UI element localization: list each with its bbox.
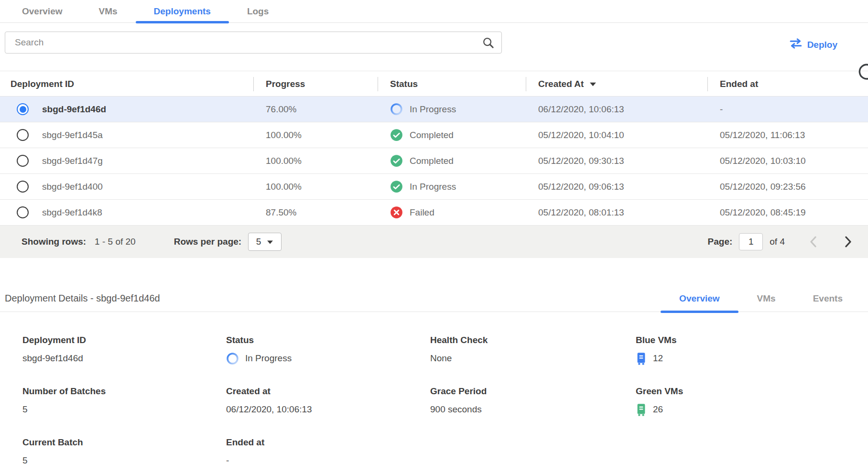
progress-value: 76.00%: [253, 104, 378, 115]
toolbar: Deploy: [0, 23, 868, 71]
spinner-icon: [390, 103, 403, 116]
row-radio[interactable]: [17, 155, 29, 167]
detail-value: In Progress: [245, 353, 292, 364]
search-box: [5, 32, 502, 54]
detail-field-blue-vms: Blue VMs 12: [636, 335, 868, 365]
detail-label: Created at: [226, 386, 430, 397]
column-label: Deployment ID: [11, 79, 74, 89]
progress-value: 100.00%: [253, 156, 378, 166]
swap-arrows-icon: [789, 38, 803, 51]
tab-label: VMs: [757, 293, 776, 304]
column-label: Progress: [266, 79, 305, 89]
detail-value: 26: [653, 404, 663, 415]
page-number-input[interactable]: [739, 233, 763, 250]
column-header-ended-at[interactable]: Ended at: [707, 71, 868, 97]
deployment-id: sbgd-9ef1d4k8: [42, 207, 102, 218]
check-circle-icon: [390, 154, 403, 167]
details-title: Deployment Details - sbgd-9ef1d46d: [5, 293, 160, 304]
ended-at-value: 05/12/2020, 08:45:19: [707, 207, 868, 218]
created-at-value: 05/12/2020, 08:01:13: [526, 207, 707, 218]
detail-field-deployment-id: Deployment ID sbgd-9ef1d46d: [22, 335, 226, 365]
ended-at-value: 05/12/2020, 11:06:13: [707, 130, 868, 140]
status-label: Failed: [410, 207, 434, 218]
spinner-icon: [226, 352, 239, 365]
details-grid: Deployment ID sbgd-9ef1d46d Status In Pr…: [0, 312, 868, 467]
deployment-id: sbgd-9ef1d45a: [42, 130, 103, 140]
showing-rows-label: Showing rows:: [22, 237, 86, 247]
check-circle-icon: [390, 129, 403, 141]
detail-value: 5: [22, 404, 28, 415]
previous-page-button[interactable]: [807, 233, 820, 250]
row-radio[interactable]: [17, 206, 29, 218]
search-icon[interactable]: [482, 36, 495, 49]
created-at-value: 05/12/2020, 09:06:13: [526, 182, 707, 192]
ended-at-value: 05/12/2020, 10:03:10: [707, 156, 868, 166]
rows-per-page-select[interactable]: 5: [248, 233, 282, 251]
ended-at-value: -: [707, 104, 868, 115]
table-row[interactable]: sbgd-9ef1d4k8 87.50% Failed 05/12/2020, …: [0, 200, 868, 226]
table-header: Deployment ID Progress Status Created At…: [0, 71, 868, 97]
vm-green-icon: [636, 403, 647, 416]
deployments-table: Deployment ID Progress Status Created At…: [0, 71, 868, 258]
detail-field-green-vms: Green VMs 26: [636, 386, 868, 416]
details-tab-bar: Overview VMs Events: [661, 285, 868, 312]
deployment-id: sbgd-9ef1d400: [42, 182, 103, 192]
showing-rows-value: 1 - 5 of 20: [95, 237, 136, 247]
column-header-progress[interactable]: Progress: [253, 71, 378, 97]
detail-label: Health Check: [430, 335, 636, 345]
table-row[interactable]: sbgd-9ef1d400 100.00% In Progress 05/12/…: [0, 174, 868, 200]
tab-overview[interactable]: Overview: [4, 0, 81, 23]
vm-blue-icon: [636, 352, 647, 365]
detail-label: Status: [226, 335, 430, 345]
column-header-deployment-id[interactable]: Deployment ID: [0, 71, 253, 97]
top-tab-bar: Overview VMs Deployments Logs: [0, 0, 868, 23]
detail-label: Current Batch: [22, 437, 226, 448]
deployment-id: sbgd-9ef1d47g: [42, 156, 103, 166]
tab-label: Events: [813, 293, 843, 304]
details-header: Deployment Details - sbgd-9ef1d46d Overv…: [0, 285, 868, 312]
detail-label: Blue VMs: [636, 335, 868, 345]
ended-at-value: 05/12/2020, 09:23:56: [707, 182, 868, 192]
search-input[interactable]: [5, 37, 482, 48]
chevron-down-icon: [267, 237, 273, 247]
detail-field-created-at: Created at 06/12/2020, 10:06:13: [226, 386, 430, 416]
deployment-id: sbgd-9ef1d46d: [42, 104, 106, 115]
tab-logs[interactable]: Logs: [229, 0, 287, 23]
status-label: In Progress: [410, 182, 456, 192]
row-radio-selected[interactable]: [17, 103, 29, 115]
x-circle-icon: [390, 206, 403, 219]
page-total: of 4: [770, 237, 785, 247]
progress-value: 100.00%: [253, 130, 378, 140]
status-label: Completed: [410, 156, 454, 166]
details-tab-vms[interactable]: VMs: [738, 285, 794, 312]
created-at-value: 05/12/2020, 09:30:13: [526, 156, 707, 166]
column-header-status[interactable]: Status: [378, 71, 526, 97]
deploy-label: Deploy: [807, 40, 837, 50]
progress-value: 87.50%: [253, 207, 378, 218]
tab-label: Deployments: [154, 6, 211, 17]
table-row[interactable]: sbgd-9ef1d46d 76.00% In Progress 06/12/2…: [0, 97, 868, 122]
detail-value: None: [430, 353, 452, 364]
detail-value: 900 seconds: [430, 404, 482, 415]
table-footer: Showing rows: 1 - 5 of 20 Rows per page:…: [0, 226, 868, 258]
next-page-button[interactable]: [842, 233, 855, 250]
detail-label: Deployment ID: [22, 335, 226, 345]
detail-field-ended-at: Ended at -: [226, 437, 430, 467]
row-radio[interactable]: [17, 129, 29, 141]
status-label: In Progress: [410, 104, 456, 115]
sort-desc-icon: [589, 82, 597, 87]
table-row[interactable]: sbgd-9ef1d47g 100.00% Completed 05/12/20…: [0, 148, 868, 174]
tab-deployments[interactable]: Deployments: [136, 0, 229, 23]
tab-label: Logs: [247, 6, 269, 17]
details-tab-events[interactable]: Events: [794, 285, 861, 312]
detail-label: Grace Period: [430, 386, 636, 397]
table-row[interactable]: sbgd-9ef1d45a 100.00% Completed 05/12/20…: [0, 122, 868, 148]
tab-vms[interactable]: VMs: [81, 0, 136, 23]
row-radio[interactable]: [17, 181, 29, 193]
deploy-button[interactable]: Deploy: [789, 38, 837, 51]
details-tab-overview[interactable]: Overview: [661, 285, 738, 312]
column-header-created-at[interactable]: Created At: [526, 71, 707, 97]
detail-field-number-of-batches: Number of Batches 5: [22, 386, 226, 416]
detail-field-current-batch: Current Batch 5: [22, 437, 226, 467]
deployment-details-panel: Deployment Details - sbgd-9ef1d46d Overv…: [0, 285, 868, 467]
